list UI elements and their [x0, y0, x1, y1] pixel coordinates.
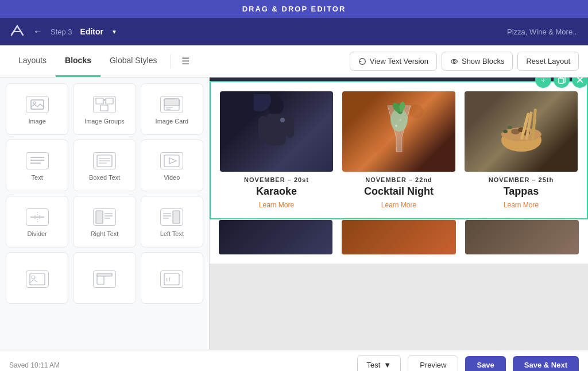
- eye-icon: [450, 57, 458, 65]
- event-card-cocktail: NOVEMBER – 22nd Cocktail Night Learn Mor…: [342, 91, 455, 209]
- svg-point-65: [508, 126, 512, 129]
- svg-rect-4: [96, 98, 103, 104]
- banner-title: DRAG & DROP EDITOR: [242, 5, 346, 13]
- add-block-button[interactable]: +: [535, 78, 551, 88]
- event-image-karaoke: [220, 91, 333, 172]
- event-image-tappas: [465, 91, 578, 172]
- preview-button[interactable]: Preview: [408, 355, 458, 371]
- block-label-boxed-text: Boxed Text: [89, 174, 120, 181]
- event-image-cocktail: [342, 91, 455, 172]
- left-text-block-icon: [160, 208, 183, 226]
- image-block-icon: [26, 96, 49, 113]
- svg-rect-28: [96, 211, 103, 223]
- main-content: Image Image Groups: [0, 78, 588, 350]
- svg-rect-32: [173, 211, 180, 223]
- show-blocks-button[interactable]: Show Blocks: [442, 52, 513, 71]
- tab-global-styles[interactable]: Global Styles: [100, 45, 166, 77]
- more1-block-icon: [26, 270, 49, 288]
- block-item-text[interactable]: Text: [6, 140, 68, 191]
- right-text-block-icon: [93, 208, 116, 226]
- block-label-divider: Divider: [28, 230, 47, 237]
- save-next-button[interactable]: Save & Next: [513, 356, 579, 371]
- event-date-karaoke: NOVEMBER – 20st: [220, 176, 333, 183]
- image-card-block-icon: [160, 96, 183, 113]
- block-item-divider[interactable]: Divider: [6, 196, 68, 248]
- svg-marker-22: [169, 158, 176, 164]
- svg-point-0: [451, 59, 458, 63]
- bottom-section: [210, 219, 588, 264]
- event-link-cocktail[interactable]: Learn More: [342, 201, 455, 209]
- svg-text:t f: t f: [166, 277, 171, 283]
- tab-separator: [171, 55, 171, 68]
- svg-point-47: [280, 118, 285, 122]
- svg-point-66: [503, 130, 508, 133]
- svg-rect-42: [559, 78, 563, 83]
- block-item-boxed-text[interactable]: Boxed Text: [73, 140, 136, 191]
- svg-point-54: [399, 119, 401, 121]
- tab-blocks[interactable]: Blocks: [56, 45, 100, 77]
- block-label-image-groups: Image Groups: [84, 118, 125, 125]
- test-button[interactable]: Test ▼: [357, 355, 401, 371]
- bottom-thumbs: [210, 220, 588, 264]
- reset-layout-button[interactable]: Reset Layout: [517, 52, 579, 71]
- copy-block-button[interactable]: [554, 78, 570, 88]
- svg-point-55: [373, 137, 390, 154]
- block-item-image-groups[interactable]: Image Groups: [73, 83, 136, 135]
- image-groups-block-icon: [93, 96, 116, 113]
- tab-layouts[interactable]: Layouts: [9, 45, 56, 77]
- more2-block-icon: [93, 270, 116, 288]
- header-bar: ← Step 3 Editor ▼ Pizza, Wine & More...: [0, 18, 588, 45]
- events-grid: NOVEMBER – 20st Karaoke Learn More: [220, 91, 578, 209]
- event-title-karaoke: Karaoke: [220, 186, 333, 198]
- block-item-social[interactable]: t f: [141, 252, 203, 304]
- event-date-tappas: NOVEMBER – 25th: [465, 176, 578, 183]
- back-arrow-button[interactable]: ←: [31, 24, 45, 39]
- header-left: ← Step 3 Editor ▼: [9, 24, 117, 40]
- video-block-icon: [160, 152, 183, 169]
- svg-rect-39: [97, 273, 112, 276]
- footer-bar: Saved 10:11 AM Test ▼ Preview Save Save …: [0, 350, 588, 371]
- block-label-right-text: Right Text: [91, 230, 119, 237]
- refresh-icon: [358, 57, 366, 65]
- block-item-image-card[interactable]: Image Card: [141, 83, 203, 135]
- events-content-block[interactable]: +: [210, 81, 588, 219]
- svg-rect-36: [30, 273, 45, 285]
- svg-rect-5: [106, 98, 113, 104]
- boxed-text-block-icon: [93, 152, 116, 169]
- event-card-karaoke: NOVEMBER – 20st Karaoke Learn More: [220, 91, 333, 209]
- svg-point-1: [453, 60, 455, 63]
- block-item-right-text[interactable]: Right Text: [73, 196, 136, 248]
- block-label-video: Video: [164, 174, 180, 181]
- restaurant-name: Pizza, Wine & More...: [507, 28, 579, 36]
- sidebar: Image Image Groups: [0, 78, 210, 350]
- events-section: NOVEMBER – 20st Karaoke Learn More: [211, 82, 587, 218]
- bottom-thumb-3: [465, 220, 579, 254]
- bottom-thumb-2: [342, 220, 455, 254]
- block-actions: +: [533, 78, 588, 88]
- block-item-image[interactable]: Image: [6, 83, 68, 135]
- canvas-area: +: [210, 78, 588, 350]
- block-item-more1[interactable]: [6, 252, 68, 304]
- text-block-icon: [26, 152, 49, 169]
- step-label: Step 3: [51, 28, 72, 36]
- event-link-karaoke[interactable]: Learn More: [220, 201, 333, 209]
- block-label-image-card: Image Card: [156, 118, 188, 125]
- view-text-version-button[interactable]: View Text Version: [350, 52, 437, 71]
- saved-status-text: Saved 10:11 AM: [9, 361, 60, 369]
- blocks-grid: Image Image Groups: [6, 83, 203, 304]
- svg-rect-45: [258, 116, 268, 139]
- event-card-tappas: NOVEMBER – 25th Tappas Learn More: [465, 91, 578, 209]
- block-item-left-text[interactable]: Left Text: [141, 196, 203, 248]
- delete-block-button[interactable]: [572, 78, 588, 88]
- event-link-tappas[interactable]: Learn More: [465, 201, 578, 209]
- divider-block-icon: [26, 208, 49, 226]
- step-dropdown-icon[interactable]: ▼: [111, 29, 117, 35]
- block-item-video[interactable]: Video: [141, 140, 203, 191]
- block-label-left-text: Left Text: [160, 230, 184, 237]
- svg-rect-6: [100, 105, 108, 111]
- svg-rect-2: [31, 100, 44, 109]
- save-button[interactable]: Save: [465, 356, 505, 371]
- svg-point-56: [409, 105, 423, 118]
- hamburger-icon[interactable]: ☰: [176, 56, 195, 67]
- block-item-more2[interactable]: [73, 252, 136, 304]
